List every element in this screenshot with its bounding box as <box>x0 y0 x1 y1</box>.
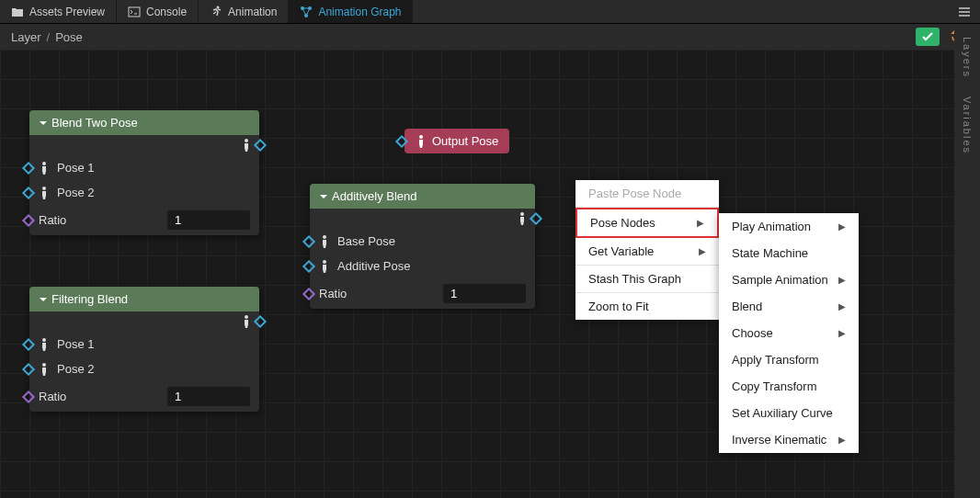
tab-console[interactable]: Console <box>117 0 199 23</box>
menu-item-sample-animation[interactable]: Sample Animation▶ <box>719 266 859 293</box>
runner-icon <box>210 6 222 18</box>
sidetab-layers[interactable]: Layers <box>962 37 973 78</box>
tab-label: Console <box>146 6 187 18</box>
ratio-input[interactable] <box>167 387 250 406</box>
menu-item-pose-nodes[interactable]: Pose Nodes▶ <box>575 208 719 238</box>
tab-label: Animation Graph <box>318 6 401 18</box>
svg-point-11 <box>245 315 248 319</box>
node-input-row: Ratio <box>310 278 535 309</box>
pose-icon <box>416 135 427 148</box>
port-label: Pose 2 <box>57 186 94 199</box>
svg-point-9 <box>323 235 326 239</box>
pose-icon <box>39 187 50 199</box>
node-title: Filtering Blend <box>51 292 128 306</box>
breadcrumb-current[interactable]: Pose <box>55 30 83 44</box>
breadcrumb: Layer / Pose <box>0 24 980 50</box>
ratio-input[interactable] <box>443 284 526 303</box>
svg-point-13 <box>42 363 46 367</box>
svg-point-12 <box>42 338 46 342</box>
tab-animation-graph[interactable]: Animation Graph <box>289 0 413 23</box>
graph-icon <box>300 6 313 18</box>
node-input-row: Ratio <box>29 381 259 412</box>
port-label: Pose 2 <box>57 362 94 376</box>
node-output-row <box>310 209 535 229</box>
tab-animation[interactable]: Animation <box>199 0 289 23</box>
node-blend-two-pose[interactable]: Blend Two Pose Pose 1 Pose 2 Ratio <box>29 110 259 235</box>
node-filtering-blend[interactable]: Filtering Blend Pose 1 Pose 2 Ratio <box>29 287 259 412</box>
node-title: Output Pose <box>432 134 498 148</box>
node-input-row: Ratio <box>29 205 259 235</box>
menu-item-choose[interactable]: Choose▶ <box>719 320 859 346</box>
node-header[interactable]: Filtering Blend <box>29 287 259 311</box>
node-input-row: Pose 2 <box>29 180 259 205</box>
tab-assets-preview[interactable]: Assets Preview <box>0 0 117 23</box>
port-label: Ratio <box>319 287 347 300</box>
node-input-row: Pose 2 <box>29 357 259 381</box>
chevron-down-icon <box>39 119 48 128</box>
submenu-arrow-icon: ▶ <box>838 435 846 445</box>
tab-label: Assets Preview <box>29 6 105 18</box>
port-label: Base Pose <box>337 234 395 248</box>
side-panel: Layers Variables <box>954 24 980 498</box>
submenu-arrow-icon: ▶ <box>697 218 704 228</box>
node-title: Additively Blend <box>332 189 417 203</box>
node-title: Blend Two Pose <box>51 116 138 130</box>
pose-icon <box>319 260 330 273</box>
menu-item-blend[interactable]: Blend▶ <box>719 293 859 320</box>
port-label: Ratio <box>39 390 66 403</box>
pose-icon <box>39 338 50 351</box>
graph-canvas[interactable]: Blend Two Pose Pose 1 Pose 2 Ratio Addit… <box>0 50 954 498</box>
menu-item-set-auxiliary-curve[interactable]: Set Auxiliary Curve <box>719 400 859 426</box>
submenu-arrow-icon: ▶ <box>838 275 846 285</box>
pose-icon <box>517 212 528 225</box>
submenu-arrow-icon: ▶ <box>838 328 846 338</box>
menu-item-inverse-kinematic[interactable]: Inverse Kinematic▶ <box>719 426 859 453</box>
tab-bar: Assets Preview Console Animation Animati… <box>0 0 980 24</box>
pose-icon <box>241 139 252 152</box>
svg-point-7 <box>42 187 46 190</box>
svg-point-14 <box>419 135 423 139</box>
node-input-row: Pose 1 <box>29 332 259 357</box>
menu-item-stash-this-graph[interactable]: Stash This Graph <box>575 266 719 292</box>
port-label: Pose 1 <box>57 161 94 175</box>
svg-rect-0 <box>129 7 140 17</box>
node-input-row: Pose 1 <box>29 155 259 180</box>
node-output-row <box>29 311 259 332</box>
chevron-down-icon <box>39 295 48 304</box>
svg-point-6 <box>42 162 46 165</box>
menu-icon[interactable] <box>949 0 980 23</box>
menu-item-play-animation[interactable]: Play Animation▶ <box>719 213 859 240</box>
context-menu: Paste Pose Node Pose Nodes▶ Get Variable… <box>575 180 719 320</box>
menu-item-copy-transform[interactable]: Copy Transform <box>719 373 859 400</box>
folder-icon <box>11 6 24 18</box>
menu-item-zoom-to-fit[interactable]: Zoom to Fit <box>575 293 719 320</box>
node-header[interactable]: Blend Two Pose <box>29 110 259 135</box>
menu-item-state-machine[interactable]: State Machine <box>719 240 859 266</box>
sidetab-variables[interactable]: Variables <box>962 96 973 154</box>
menu-item-get-variable[interactable]: Get Variable▶ <box>575 238 719 265</box>
tab-label: Animation <box>228 6 277 18</box>
menu-item-paste-pose-node[interactable]: Paste Pose Node <box>575 180 719 207</box>
svg-point-8 <box>520 212 524 216</box>
port-label: Additive Pose <box>337 259 411 273</box>
port-label: Ratio <box>39 213 66 227</box>
node-output-pose[interactable]: Output Pose <box>405 129 509 153</box>
pose-icon <box>241 315 252 328</box>
node-additively-blend[interactable]: Additively Blend Base Pose Additive Pose… <box>310 184 535 309</box>
submenu-arrow-icon: ▶ <box>699 246 706 256</box>
breadcrumb-separator: / <box>47 30 51 44</box>
node-header[interactable]: Additively Blend <box>310 184 535 209</box>
node-output-row <box>29 135 259 155</box>
menu-item-apply-transform[interactable]: Apply Transform <box>719 346 859 373</box>
chevron-down-icon <box>319 192 328 201</box>
apply-button[interactable] <box>916 28 940 46</box>
node-input-row: Base Pose <box>310 229 535 254</box>
breadcrumb-root[interactable]: Layer <box>11 30 41 44</box>
pose-icon <box>39 162 50 175</box>
submenu-pose-nodes: Play Animation▶ State Machine Sample Ani… <box>719 213 859 453</box>
svg-point-10 <box>323 260 326 264</box>
ratio-input[interactable] <box>167 210 250 230</box>
svg-point-1 <box>217 6 220 8</box>
submenu-arrow-icon: ▶ <box>838 221 846 232</box>
pose-icon <box>39 363 50 376</box>
